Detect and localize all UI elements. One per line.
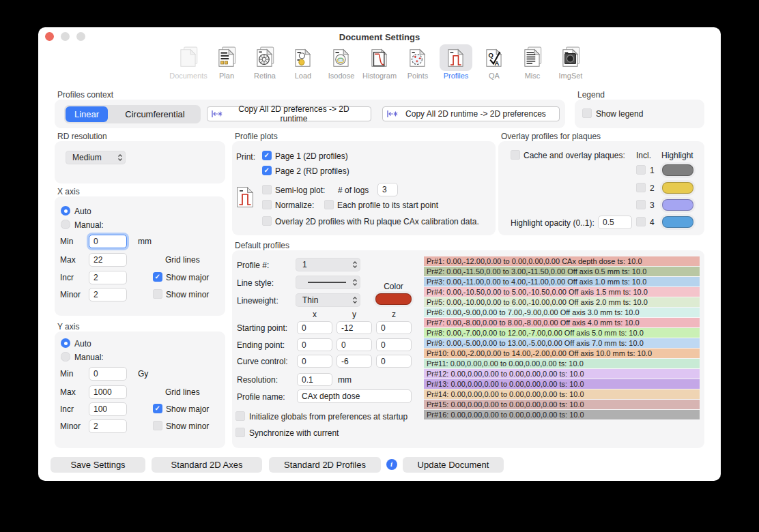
init-globals-checkbox[interactable] <box>235 411 245 421</box>
profile-list-row[interactable]: Pr#10: 0.00,-2.00,0.00 to 14.00,-2.00,0.… <box>424 349 700 358</box>
profile-list-row[interactable]: Pr#16: 0.00,0.00,0.00 to 0.00,0.00,0.00 … <box>424 410 700 419</box>
ending-y-field[interactable] <box>336 338 372 351</box>
profile-name-field[interactable] <box>297 389 412 403</box>
profile-list-row[interactable]: Pr#7: 0.00,-8.00,0.00 to 8.00,-8.00,0.00… <box>424 318 700 327</box>
toolbar-item-documents[interactable]: Documents <box>171 44 205 80</box>
toolbar-item-points[interactable]: Points <box>401 44 435 80</box>
resolution-field[interactable] <box>297 373 332 386</box>
x-show-minor-checkbox[interactable] <box>153 289 162 299</box>
plan-icon <box>214 46 239 70</box>
ending-z-field[interactable] <box>376 338 412 351</box>
plaque-include-checkbox-2[interactable] <box>636 183 646 192</box>
x-auto-radio[interactable] <box>61 206 70 216</box>
plaque-highlight-swatch-2[interactable] <box>662 182 693 194</box>
profile-list-row[interactable]: Pr#8: 0.00,-7.00,0.00 to 12.00,-7.00,0.0… <box>424 328 700 338</box>
overlay-calibration-checkbox[interactable] <box>262 216 272 226</box>
starting-x-field[interactable] <box>297 321 332 334</box>
plaque-include-checkbox-1[interactable] <box>636 165 646 175</box>
profile-plot-doc-icon <box>235 185 255 209</box>
info-icon[interactable] <box>386 459 397 470</box>
popup-chevrons-icon <box>352 261 358 269</box>
profile-list-row[interactable]: Pr#11: 0.00,0.00,0.00 to 0.00,0.00,0.00 … <box>424 359 700 368</box>
toolbar-item-qa[interactable]: Q A QA <box>477 44 511 80</box>
y-incr-field[interactable] <box>89 402 127 416</box>
synchronize-checkbox[interactable] <box>235 428 245 437</box>
plaques-group: Cache and overlay plaques: Incl. Highlig… <box>498 141 704 235</box>
y-manual-radio[interactable] <box>61 352 70 361</box>
segment-linear[interactable]: Linear <box>66 106 108 122</box>
update-document-button[interactable]: Update Document <box>403 457 504 473</box>
x-minor-field[interactable] <box>89 288 127 301</box>
toolbar-item-imgset[interactable]: ImgSet <box>554 44 588 80</box>
profile-number-popup[interactable]: 1 <box>296 258 360 271</box>
profile-list-row[interactable]: Pr#2: 0.00,-11.50,0.00 to 3.00,-11.50,0.… <box>424 267 700 276</box>
copy-preferences-to-runtime-button[interactable]: Copy All 2D preferences -> 2D runtime <box>207 106 371 121</box>
print-page2-checkbox[interactable] <box>262 166 272 175</box>
x-min-field[interactable] <box>89 235 127 248</box>
y-auto-radio[interactable] <box>61 338 70 348</box>
y-minor-field[interactable] <box>89 419 127 433</box>
plaque-number: 4 <box>650 218 655 227</box>
line-style-popup[interactable] <box>296 276 360 289</box>
plaque-number: 2 <box>650 183 655 193</box>
profile-list-row[interactable]: Pr#9: 0.00,-5.00,0.00 to 13.00,-5.00,0.0… <box>424 338 700 348</box>
profile-list-row[interactable]: Pr#15: 0.00,0.00,0.00 to 0.00,0.00,0.00 … <box>424 400 700 409</box>
document-settings-window: Document Settings Documents Plan <box>38 27 721 481</box>
curve-y-field[interactable] <box>336 355 372 368</box>
profile-list-row[interactable]: Pr#14: 0.00,0.00,0.00 to 0.00,0.00,0.00 … <box>424 389 700 399</box>
y-max-field[interactable] <box>89 385 127 399</box>
popup-chevrons-icon <box>352 296 358 304</box>
rd-resolution-popup[interactable]: Medium <box>66 151 126 164</box>
toolbar-item-profiles[interactable]: Profiles <box>439 44 473 80</box>
profile-list-row[interactable]: Pr#3: 0.00,-11.00,0.00 to 4.00,-11.00,0.… <box>424 277 700 286</box>
toolbar-item-retina[interactable]: Retina <box>248 44 282 80</box>
starting-z-field[interactable] <box>376 321 412 334</box>
y-show-major-checkbox[interactable] <box>153 404 162 413</box>
profile-list-row[interactable]: Pr#12: 0.00,0.00,0.00 to 0.00,0.00,0.00 … <box>424 369 700 379</box>
copy-runtime-to-preferences-button[interactable]: Copy All 2D runtime -> 2D preferences <box>382 106 560 121</box>
y-min-field[interactable] <box>89 367 127 381</box>
ending-x-field[interactable] <box>297 338 332 351</box>
plaque-include-checkbox-3[interactable] <box>636 200 646 209</box>
x-show-major-checkbox[interactable] <box>153 272 162 282</box>
profile-list-row[interactable]: Pr#4: 0.00,-10.50,0.00 to 5.00,-10.50,0.… <box>424 287 700 297</box>
cache-overlay-checkbox[interactable] <box>511 150 520 160</box>
profile-list-row[interactable]: Pr#5: 0.00,-10.00,0.00 to 6.00,-10.00,0.… <box>424 297 700 307</box>
toolbar-item-load[interactable]: Load <box>286 44 320 80</box>
profile-list-row[interactable]: Pr#6: 0.00,-9.00,0.00 to 7.00,-9.00,0.00… <box>424 308 700 317</box>
starting-y-field[interactable] <box>336 321 372 334</box>
profile-list: Pr#1: 0.00,-12.00,0.00 to 0.00,0.00,0.00… <box>424 256 700 420</box>
documents-icon <box>176 46 201 70</box>
x-max-field[interactable] <box>89 253 127 267</box>
x-incr-field[interactable] <box>89 271 127 284</box>
profile-list-row[interactable]: Pr#13: 0.00,0.00,0.00 to 0.00,0.00,0.00 … <box>424 379 700 389</box>
curve-x-field[interactable] <box>297 355 332 368</box>
toolbar-item-misc[interactable]: Misc <box>515 44 549 80</box>
plaque-highlight-swatch-4[interactable] <box>662 216 693 228</box>
standard-2d-profiles-button[interactable]: Standard 2D Profiles <box>269 457 381 473</box>
standard-2d-axes-button[interactable]: Standard 2D Axes <box>152 457 262 473</box>
rd-resolution-label: RD resolution <box>57 132 107 141</box>
profile-color-well[interactable] <box>375 293 412 305</box>
plaque-highlight-swatch-3[interactable] <box>662 199 693 211</box>
normalize-checkbox[interactable] <box>262 200 272 209</box>
each-profile-checkbox[interactable] <box>324 200 334 209</box>
x-manual-radio[interactable] <box>61 220 70 229</box>
segment-circumferential[interactable]: Circumferential <box>111 106 199 122</box>
num-logs-field[interactable] <box>377 183 398 196</box>
profiles-icon <box>444 46 468 70</box>
lineweight-popup[interactable]: Thin <box>296 293 360 307</box>
show-legend-checkbox[interactable] <box>582 108 592 118</box>
plaque-highlight-swatch-1[interactable] <box>662 164 693 176</box>
print-page1-checkbox[interactable] <box>262 151 272 160</box>
semilog-checkbox[interactable] <box>262 185 272 194</box>
plaque-include-checkbox-4[interactable] <box>636 217 646 226</box>
curve-z-field[interactable] <box>376 355 412 368</box>
toolbar-item-histogram[interactable]: Histogram <box>362 44 397 80</box>
highlight-opacity-field[interactable] <box>598 216 632 229</box>
toolbar-item-plan[interactable]: Plan <box>210 44 244 80</box>
y-show-minor-checkbox[interactable] <box>153 421 162 430</box>
profile-list-row[interactable]: Pr#1: 0.00,-12.00,0.00 to 0.00,0.00,0.00… <box>424 256 700 266</box>
toolbar-item-isodose[interactable]: Isodose <box>324 44 358 80</box>
save-settings-button[interactable]: Save Settings <box>51 457 145 473</box>
